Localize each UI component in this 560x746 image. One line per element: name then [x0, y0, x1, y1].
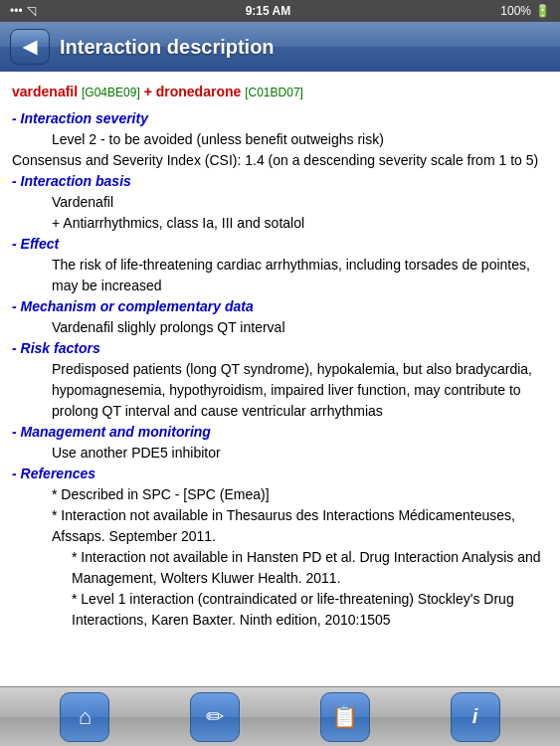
nav-title: Interaction description: [60, 36, 275, 59]
ref-line-3: * Interaction not available in Hansten P…: [12, 547, 548, 589]
edit-button[interactable]: ✏: [190, 692, 240, 742]
section-effect: Effect The risk of life-threatening card…: [12, 234, 548, 296]
section-severity: Interaction severity Level 2 - to be avo…: [12, 108, 548, 171]
nav-bar: ◀ Interaction description: [0, 22, 560, 72]
mechanism-line-1: Vardenafil slighly prolongs QT interval: [12, 317, 548, 338]
section-references: References * Described in SPC - [SPC (Em…: [12, 464, 548, 631]
risk-line-1: Predisposed patients (long QT syndrome),…: [12, 359, 548, 422]
ref-line-4: * Level 1 interaction (contraindicated o…: [12, 589, 548, 631]
section-effect-label: Effect: [12, 236, 59, 252]
drug-header: vardenafil [G04BE09] + dronedarone [C01B…: [12, 82, 548, 102]
basis-line-2: + Antiarrhythmics, class Ia, III and sot…: [12, 213, 548, 234]
info-icon: i: [472, 705, 478, 728]
note-icon: 📋: [331, 704, 358, 730]
section-severity-label: Interaction severity: [12, 110, 148, 126]
section-basis-label: Interaction basis: [12, 173, 131, 189]
section-mechanism: Mechanism or complementary data Vardenaf…: [12, 296, 548, 338]
management-line-1: Use another PDE5 inhibitor: [12, 443, 548, 464]
section-risk-label: Risk factors: [12, 340, 100, 356]
severity-line-1: Level 2 - to be avoided (unless benefit …: [12, 129, 548, 150]
section-mechanism-label: Mechanism or complementary data: [12, 298, 254, 314]
status-bar-right: 100% 🔋: [500, 4, 550, 18]
home-icon: ⌂: [79, 704, 92, 730]
info-button[interactable]: i: [451, 692, 500, 742]
back-arrow-icon: ◀: [23, 36, 37, 58]
effect-line-1: The risk of life-threatening cardiac arr…: [12, 255, 548, 296]
wifi-icon: •••: [10, 4, 23, 18]
section-management: Management and monitoring Use another PD…: [12, 422, 548, 464]
status-time: 9:15 AM: [246, 4, 291, 18]
section-risk: Risk factors Predisposed patients (long …: [12, 338, 548, 422]
edit-icon: ✏: [206, 704, 224, 730]
battery-icon: 🔋: [535, 4, 550, 18]
status-bar: ••• ◹ 9:15 AM 100% 🔋: [0, 0, 560, 22]
battery-label: 100%: [500, 4, 531, 18]
basis-line-1: Vardenafil: [12, 192, 548, 213]
drug2-code: [C01BD07]: [245, 86, 303, 99]
drug2-name: dronedarone: [156, 84, 242, 99]
ref-line-1: * Described in SPC - [SPC (Emea)]: [12, 484, 548, 505]
plus-icon: +: [144, 84, 156, 99]
wifi-signal: ◹: [27, 4, 36, 18]
status-bar-left: ••• ◹: [10, 4, 36, 18]
content-area: vardenafil [G04BE09] + dronedarone [C01B…: [0, 72, 560, 686]
section-references-label: References: [12, 466, 95, 481]
section-basis: Interaction basis Vardenafil + Antiarrhy…: [12, 171, 548, 234]
drug1-name: vardenafil: [12, 84, 78, 99]
severity-line-2: Consensus and Severity Index (CSI): 1.4 …: [12, 150, 548, 171]
back-button[interactable]: ◀: [10, 29, 50, 65]
drug1-code: [G04BE09]: [82, 86, 140, 99]
note-button[interactable]: 📋: [320, 692, 370, 742]
ref-line-2: * Interaction not available in Thesaurus…: [12, 505, 548, 547]
toolbar: ⌂ ✏ 📋 i: [0, 686, 560, 746]
section-management-label: Management and monitoring: [12, 424, 211, 440]
home-button[interactable]: ⌂: [60, 692, 109, 742]
